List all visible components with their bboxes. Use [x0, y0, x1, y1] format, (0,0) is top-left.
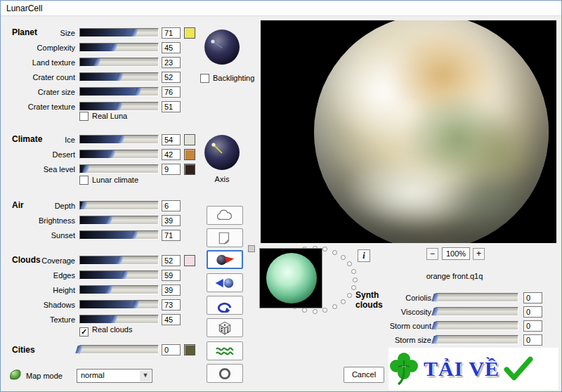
- frame-dot[interactable]: [313, 309, 318, 314]
- shadows-slider[interactable]: [79, 300, 159, 309]
- slider-thumb[interactable]: [116, 73, 124, 81]
- cloud-button[interactable]: [207, 206, 243, 225]
- size-slider[interactable]: [79, 28, 159, 37]
- slider-thumb[interactable]: [93, 58, 101, 66]
- coriolis-slider[interactable]: [436, 293, 518, 302]
- slider-thumb[interactable]: [105, 286, 113, 294]
- frame-dot[interactable]: [353, 277, 358, 282]
- texture-slider[interactable]: [79, 315, 159, 324]
- slider-thumb[interactable]: [431, 294, 439, 301]
- complexity-value-field[interactable]: 45: [162, 42, 181, 53]
- sea-level-color-swatch[interactable]: [184, 164, 195, 175]
- undo-button[interactable]: [207, 296, 243, 315]
- crater-texture-slider[interactable]: [79, 102, 159, 111]
- cloud-color-swatch[interactable]: [184, 255, 195, 266]
- storm-size-value-field[interactable]: 0: [523, 334, 542, 346]
- frame-dot[interactable]: [302, 308, 307, 313]
- ice-value-field[interactable]: 54: [162, 134, 181, 145]
- frame-dot[interactable]: [322, 247, 327, 251]
- frame-dot[interactable]: [347, 261, 352, 266]
- slider-thumb[interactable]: [117, 136, 125, 143]
- backlight-direction-sphere[interactable]: [204, 29, 240, 67]
- desert-color-swatch[interactable]: [184, 149, 195, 160]
- coverage-value-field[interactable]: 52: [162, 255, 181, 266]
- render-planet-button[interactable]: [207, 250, 243, 269]
- crater-count-value-field[interactable]: 52: [162, 72, 181, 83]
- backlighting-checkbox[interactable]: Backlighting: [200, 74, 254, 84]
- frame-dot[interactable]: [332, 304, 337, 309]
- brightness-slider[interactable]: [79, 216, 159, 225]
- cities-value-field[interactable]: 0: [162, 344, 181, 355]
- crater-size-value-field[interactable]: 76: [162, 86, 181, 98]
- texture-value-field[interactable]: 45: [162, 314, 181, 325]
- depth-slider[interactable]: [79, 201, 159, 210]
- real-clouds-checkbox[interactable]: ✓Real clouds: [79, 325, 132, 336]
- frame-dot[interactable]: [322, 308, 327, 313]
- storm-size-slider[interactable]: [436, 335, 518, 344]
- slider-thumb[interactable]: [431, 322, 439, 329]
- slider-thumb[interactable]: [431, 336, 439, 344]
- viscosity-slider[interactable]: [436, 307, 518, 316]
- cities-color-swatch[interactable]: [184, 344, 195, 355]
- complexity-slider[interactable]: [79, 43, 159, 52]
- planet-preview[interactable]: [261, 20, 556, 243]
- depth-value-field[interactable]: 6: [162, 200, 181, 211]
- sunset-slider[interactable]: [79, 230, 159, 240]
- crater-texture-value-field[interactable]: 51: [162, 101, 181, 112]
- slider-thumb[interactable]: [110, 315, 118, 323]
- frame-dot[interactable]: [341, 299, 346, 304]
- slider-thumb[interactable]: [75, 346, 83, 353]
- cancel-button[interactable]: Cancel: [344, 367, 384, 383]
- sunset-value-field[interactable]: 71: [162, 230, 181, 241]
- slider-thumb[interactable]: [122, 271, 129, 279]
- size-value-field[interactable]: 71: [162, 27, 181, 39]
- planet-thumbnail[interactable]: [259, 248, 322, 308]
- sea-level-slider[interactable]: [79, 164, 159, 174]
- zoom-out-button[interactable]: −: [426, 248, 438, 260]
- zoom-in-button[interactable]: +: [473, 248, 485, 260]
- slider-thumb[interactable]: [80, 202, 88, 209]
- land-texture-value-field[interactable]: 23: [162, 57, 181, 68]
- edges-value-field[interactable]: 59: [162, 270, 181, 281]
- edges-slider[interactable]: [79, 270, 159, 280]
- waves-button[interactable]: [207, 341, 243, 360]
- frame-dot[interactable]: [351, 269, 356, 274]
- map-mode-select[interactable]: normal ▼: [77, 369, 152, 383]
- frame-dot[interactable]: [341, 255, 346, 260]
- randomize-button[interactable]: [207, 318, 243, 337]
- height-value-field[interactable]: 39: [162, 285, 181, 296]
- storm-count-value-field[interactable]: 0: [523, 320, 542, 332]
- cities-slider[interactable]: [79, 345, 159, 354]
- crater-size-slider[interactable]: [79, 87, 159, 96]
- height-slider[interactable]: [79, 285, 159, 294]
- slider-thumb[interactable]: [105, 216, 113, 224]
- desert-value-field[interactable]: 42: [162, 149, 181, 160]
- storm-count-slider[interactable]: [436, 321, 518, 330]
- brightness-value-field[interactable]: 39: [162, 215, 181, 226]
- page-curl-button[interactable]: [207, 228, 243, 247]
- shadows-value-field[interactable]: 73: [162, 299, 181, 311]
- frame-dot[interactable]: [332, 250, 337, 255]
- slider-thumb[interactable]: [131, 231, 138, 239]
- viscosity-value-field[interactable]: 0: [523, 306, 542, 318]
- zoom-level[interactable]: 100%: [442, 247, 470, 260]
- slider-thumb[interactable]: [135, 88, 143, 96]
- reset-button[interactable]: [207, 364, 243, 383]
- slider-thumb[interactable]: [110, 44, 118, 51]
- land-texture-slider[interactable]: [79, 58, 159, 67]
- slider-thumb[interactable]: [115, 103, 123, 110]
- axis-sphere[interactable]: [204, 134, 240, 172]
- coverage-slider[interactable]: [79, 256, 159, 265]
- size-color-swatch[interactable]: [184, 27, 195, 39]
- sea-level-value-field[interactable]: 9: [162, 164, 181, 175]
- real-luna-checkbox[interactable]: Real Luna: [79, 112, 127, 122]
- chevron-down-icon[interactable]: ▼: [140, 370, 151, 381]
- slider-thumb[interactable]: [82, 165, 90, 173]
- ice-slider[interactable]: [79, 135, 159, 144]
- ice-color-swatch[interactable]: [184, 134, 195, 145]
- lunar-climate-checkbox[interactable]: Lunar climate: [79, 176, 138, 186]
- coriolis-value-field[interactable]: 0: [523, 292, 542, 303]
- slider-thumb[interactable]: [108, 150, 116, 158]
- crater-count-slider[interactable]: [79, 72, 159, 81]
- desert-slider[interactable]: [79, 150, 159, 159]
